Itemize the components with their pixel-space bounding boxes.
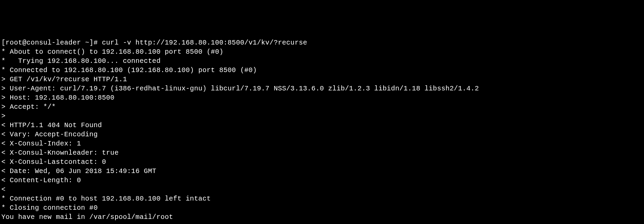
- output-line: < Content-Length: 0: [1, 176, 643, 185]
- output-line: You have new mail in /var/spool/mail/roo…: [1, 212, 643, 222]
- terminal-window[interactable]: [root@consul-leader ~]# curl -v http://1…: [1, 38, 643, 222]
- output-line: > Host: 192.168.80.100:8500: [1, 93, 643, 102]
- output-line: * Connection #0 to host 192.168.80.100 l…: [1, 194, 643, 203]
- output-line: > GET /v1/kv/?recurse HTTP/1.1: [1, 75, 643, 84]
- output-line: < Date: Wed, 06 Jun 2018 15:49:16 GMT: [1, 167, 643, 176]
- output-line: < HTTP/1.1 404 Not Found: [1, 121, 643, 130]
- output-line: * Trying 192.168.80.100... connected: [1, 56, 643, 66]
- command-text: curl -v http://192.168.80.100:8500/v1/kv…: [102, 39, 307, 47]
- command-line: [root@consul-leader ~]# curl -v http://1…: [1, 38, 643, 47]
- output-line: < X-Consul-Knownleader: true: [1, 148, 643, 157]
- output-line: * Closing connection #0: [1, 203, 643, 212]
- output-line: < Vary: Accept-Encoding: [1, 130, 643, 139]
- output-line: * Connected to 192.168.80.100 (192.168.8…: [1, 66, 643, 75]
- output-line: < X-Consul-Lastcontact: 0: [1, 157, 643, 167]
- output-line: > User-Agent: curl/7.19.7 (i386-redhat-l…: [1, 84, 643, 93]
- output-line: >: [1, 111, 643, 121]
- output-line: > Accept: */*: [1, 102, 643, 111]
- shell-prompt: [root@consul-leader ~]#: [1, 39, 102, 47]
- output-line: * About to connect() to 192.168.80.100 p…: [1, 47, 643, 56]
- output-line: <: [1, 185, 643, 194]
- output-line: < X-Consul-Index: 1: [1, 139, 643, 148]
